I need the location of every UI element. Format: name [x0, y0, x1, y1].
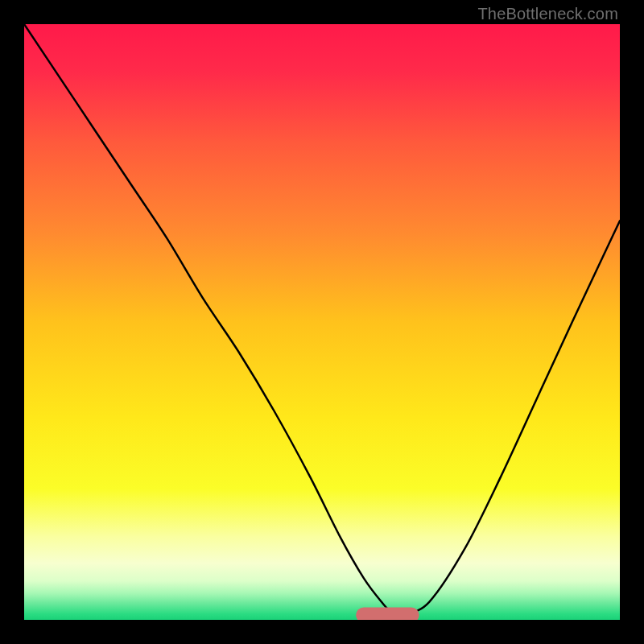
chart-background: [24, 24, 620, 620]
plot-area: [24, 24, 620, 620]
watermark-text: TheBottleneck.com: [477, 5, 618, 23]
bottleneck-chart: [24, 24, 620, 620]
chart-container: TheBottleneck.com: [0, 0, 644, 644]
